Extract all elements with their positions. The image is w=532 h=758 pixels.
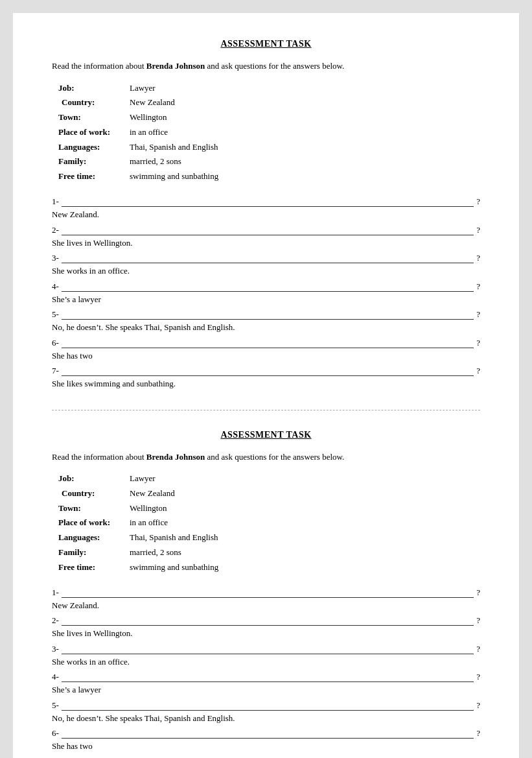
info-row-1: Country:New Zealand	[58, 487, 480, 501]
qa-item-1: 2-?She lives in Wellington.	[52, 615, 480, 640]
info-value-1: New Zealand	[130, 96, 175, 110]
info-row-2: Town:Wellington	[58, 111, 480, 124]
info-label-4: Languages:	[58, 141, 130, 154]
info-value-5: married, 2 sons	[130, 546, 181, 560]
info-row-0: Job:Lawyer	[58, 472, 480, 486]
info-row-4: Languages:Thai, Spanish and English	[58, 531, 480, 545]
q-num-3: 4-	[52, 672, 59, 682]
q-underline-2[interactable]	[62, 644, 474, 654]
section-1-info-table: Job:LawyerCountry:New ZealandTown:Wellin…	[58, 82, 480, 184]
info-label-6: Free time:	[58, 170, 130, 184]
q-mark-4: ?	[476, 700, 480, 711]
qa-item-2: 3-?She works in an office.	[52, 253, 480, 278]
info-value-2: Wellington	[130, 111, 167, 124]
q-mark-0: ?	[476, 196, 480, 207]
q-mark-3: ?	[476, 281, 480, 292]
question-line-6: 7-?	[52, 366, 480, 376]
question-line-5: 6-?	[52, 728, 480, 739]
section-2-info-table: Job:LawyerCountry:New ZealandTown:Wellin…	[58, 472, 480, 574]
info-label-2: Town:	[58, 502, 130, 515]
section-2: ASSESSMENT TASKRead the information abou…	[52, 410, 480, 758]
q-mark-2: ?	[476, 253, 480, 263]
info-label-3: Place of work:	[58, 126, 130, 139]
q-underline-3[interactable]	[62, 672, 474, 682]
section-1: ASSESSMENT TASKRead the information abou…	[52, 39, 480, 390]
info-label-0: Job:	[58, 472, 130, 486]
q-num-1: 2-	[52, 225, 59, 235]
q-underline-0[interactable]	[62, 196, 474, 207]
q-mark-2: ?	[476, 644, 480, 654]
info-value-6: swimming and sunbathing	[130, 170, 218, 184]
section-2-title: ASSESSMENT TASK	[52, 430, 480, 440]
qa-item-0: 1-?New Zealand.	[52, 196, 480, 221]
info-row-2: Town:Wellington	[58, 502, 480, 515]
q-underline-4[interactable]	[62, 309, 474, 320]
q-mark-1: ?	[476, 225, 480, 235]
qa-item-4: 5-?No, he doesn’t. She speaks Thai, Span…	[52, 309, 480, 334]
question-line-5: 6-?	[52, 338, 480, 348]
section-1-title: ASSESSMENT TASK	[52, 39, 480, 49]
section-1-intro: Read the information about Brenda Johnso…	[52, 60, 480, 73]
qa-item-4: 5-?No, he doesn’t. She speaks Thai, Span…	[52, 700, 480, 725]
question-line-4: 5-?	[52, 309, 480, 320]
qa-item-1: 2-?She lives in Wellington.	[52, 225, 480, 250]
info-row-0: Job:Lawyer	[58, 82, 480, 95]
question-line-4: 5-?	[52, 700, 480, 711]
info-value-0: Lawyer	[130, 472, 156, 486]
info-value-1: New Zealand	[130, 487, 175, 501]
question-line-1: 2-?	[52, 615, 480, 626]
q-underline-5[interactable]	[62, 728, 474, 739]
info-row-4: Languages:Thai, Spanish and English	[58, 141, 480, 154]
answer-5: She has two	[52, 740, 480, 753]
content-area: ASSESSMENT TASKRead the information abou…	[52, 39, 480, 758]
q-num-1: 2-	[52, 615, 59, 626]
qa-item-0: 1-?New Zealand.	[52, 587, 480, 612]
q-underline-1[interactable]	[62, 615, 474, 626]
answer-5: She has two	[52, 349, 480, 362]
section-1-qa: 1-?New Zealand.2-?She lives in Wellingto…	[52, 196, 480, 390]
answer-0: New Zealand.	[52, 208, 480, 221]
qa-item-5: 6-?She has two	[52, 338, 480, 362]
answer-4: No, he doesn’t. She speaks Thai, Spanish…	[52, 712, 480, 725]
info-value-3: in an office	[130, 126, 168, 139]
q-underline-0[interactable]	[62, 587, 474, 598]
q-mark-3: ?	[476, 672, 480, 682]
question-line-2: 3-?	[52, 253, 480, 263]
info-value-4: Thai, Spanish and English	[130, 531, 218, 545]
answer-2: She works in an office.	[52, 265, 480, 278]
question-line-0: 1-?	[52, 196, 480, 207]
question-line-2: 3-?	[52, 644, 480, 654]
q-underline-2[interactable]	[62, 253, 474, 263]
question-line-3: 4-?	[52, 672, 480, 682]
section-2-qa: 1-?New Zealand.2-?She lives in Wellingto…	[52, 587, 480, 758]
q-underline-4[interactable]	[62, 700, 474, 711]
answer-4: No, he doesn’t. She speaks Thai, Spanish…	[52, 321, 480, 334]
qa-item-3: 4-?She’s a lawyer	[52, 672, 480, 696]
question-line-1: 2-?	[52, 225, 480, 235]
info-value-6: swimming and sunbathing	[130, 561, 218, 574]
answer-1: She lives in Wellington.	[52, 237, 480, 250]
q-underline-6[interactable]	[62, 366, 474, 376]
q-mark-0: ?	[476, 587, 480, 598]
q-num-3: 4-	[52, 281, 59, 292]
qa-item-3: 4-?She’s a lawyer	[52, 281, 480, 306]
info-label-0: Job:	[58, 82, 130, 95]
q-underline-3[interactable]	[62, 281, 474, 292]
q-num-4: 5-	[52, 700, 59, 711]
info-label-4: Languages:	[58, 531, 130, 545]
q-underline-5[interactable]	[62, 338, 474, 348]
info-row-3: Place of work:in an office	[58, 126, 480, 139]
q-underline-1[interactable]	[62, 225, 474, 235]
info-row-6: Free time:swimming and sunbathing	[58, 561, 480, 574]
q-num-2: 3-	[52, 253, 59, 263]
q-mark-1: ?	[476, 615, 480, 626]
info-label-1: Country:	[58, 96, 130, 110]
page: ASSESSMENT TASKRead the information abou…	[13, 13, 519, 758]
info-label-3: Place of work:	[58, 516, 130, 530]
info-label-6: Free time:	[58, 561, 130, 574]
info-label-1: Country:	[58, 487, 130, 501]
q-num-0: 1-	[52, 587, 59, 598]
question-line-3: 4-?	[52, 281, 480, 292]
q-num-0: 1-	[52, 196, 59, 207]
info-row-3: Place of work:in an office	[58, 516, 480, 530]
